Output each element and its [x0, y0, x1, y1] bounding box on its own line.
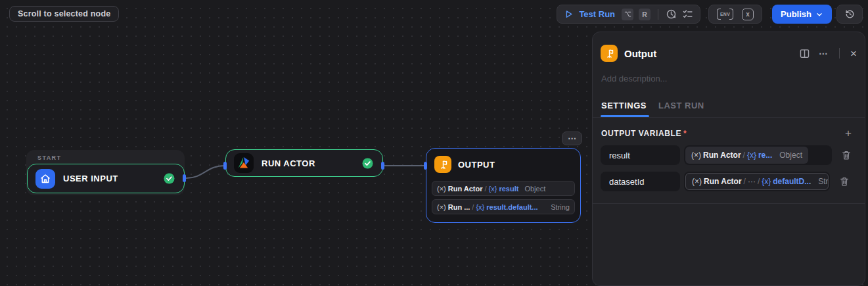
- test-run-group: Test Run R: [557, 5, 700, 24]
- ref-type: Object: [524, 185, 545, 193]
- port-runactor-in[interactable]: [223, 162, 227, 170]
- output-config-panel: Output ⋯ × Add description... SETTINGS L…: [592, 32, 865, 286]
- version-history-button[interactable]: [836, 5, 863, 24]
- top-toolbar: Test Run R ENV x Publish: [557, 5, 863, 24]
- option-key-icon: [622, 9, 633, 20]
- ref-type: Str...: [818, 177, 829, 186]
- variables-icon[interactable]: x: [742, 9, 754, 20]
- divider: [593, 117, 865, 118]
- node-ref-icon: (×): [692, 177, 702, 186]
- play-icon[interactable]: [564, 9, 574, 19]
- ref-variable: re...: [758, 151, 772, 160]
- env-group: ENV x: [708, 5, 762, 24]
- success-check-icon: [362, 158, 373, 169]
- ref-sep: /: [758, 177, 760, 186]
- node-ref-icon: (×): [437, 203, 446, 211]
- panel-tabs: SETTINGS LAST RUN: [601, 101, 704, 110]
- output-ref-dataset[interactable]: (×)Run .../{x}result.default...String: [432, 199, 575, 214]
- chevron-down-icon: [815, 11, 823, 18]
- publish-button[interactable]: Publish: [772, 5, 832, 24]
- clock-play-icon[interactable]: [666, 9, 677, 20]
- ref-source: Run Actor: [448, 185, 483, 193]
- node-user-input[interactable]: USER INPUT: [27, 164, 185, 193]
- reference-chip[interactable]: (×) Run Actor / {x} re... Object: [685, 147, 808, 164]
- env-vars-icon[interactable]: ENV: [717, 9, 733, 20]
- node-run-actor[interactable]: RUN ACTOR: [225, 149, 383, 177]
- port-output-in[interactable]: [424, 162, 427, 170]
- ref-type: String: [551, 203, 570, 211]
- ref-source: Run ...: [448, 203, 470, 211]
- node-more-button[interactable]: ⋯: [562, 131, 582, 145]
- output-variable-section-title: OUTPUT VARIABLE*: [601, 129, 687, 138]
- output-ref-result[interactable]: (×)Run Actor/{x}resultObject: [432, 181, 575, 196]
- node-title: OUTPUT: [458, 160, 495, 170]
- node-output[interactable]: OUTPUT (×)Run Actor/{x}resultObject (×)R…: [426, 148, 581, 223]
- port-runactor-out[interactable]: [381, 162, 384, 170]
- ref-sep: /: [485, 185, 487, 193]
- variable-brace-icon: {x}: [489, 185, 497, 193]
- flag-icon: [434, 156, 451, 173]
- ref-sep: /: [744, 177, 746, 186]
- description-input[interactable]: Add description...: [601, 74, 667, 83]
- close-icon[interactable]: ×: [850, 48, 857, 59]
- variable-row: datasetId (×) Run Actor / ··· / {x} defa…: [601, 172, 850, 191]
- divider: [658, 9, 658, 20]
- home-icon: [35, 169, 55, 189]
- start-group-label: START: [37, 155, 61, 161]
- divider: [593, 203, 865, 204]
- reference-chip[interactable]: (×) Run Actor / ··· / {x} defaultD... St…: [685, 173, 829, 190]
- ref-variable: defaultD...: [773, 177, 811, 186]
- node-title: RUN ACTOR: [262, 158, 315, 168]
- delete-variable-button[interactable]: [839, 176, 850, 187]
- checklist-icon[interactable]: [682, 9, 693, 20]
- more-options-icon[interactable]: ⋯: [819, 49, 829, 58]
- delete-variable-button[interactable]: [841, 150, 852, 160]
- tab-last-run[interactable]: LAST RUN: [658, 101, 704, 110]
- variable-brace-icon: {x}: [747, 151, 756, 160]
- variable-value-field[interactable]: (×) Run Actor / {x} re... Object: [684, 145, 832, 165]
- ref-source: Run Actor: [703, 151, 741, 160]
- required-marker: *: [683, 129, 687, 138]
- node-ref-icon: (×): [691, 151, 701, 160]
- variable-row: result (×) Run Actor / {x} re... Object: [601, 145, 852, 165]
- docs-book-icon[interactable]: [799, 48, 810, 59]
- ref-variable: result.default...: [486, 203, 537, 211]
- edges-layer: [0, 0, 591, 286]
- panel-header: Output ⋯ ×: [601, 45, 857, 62]
- publish-label: Publish: [781, 9, 811, 19]
- success-check-icon: [164, 173, 175, 184]
- test-run-button[interactable]: Test Run: [579, 9, 615, 19]
- ref-source: Run Actor: [704, 177, 742, 186]
- history-icon: [844, 9, 856, 20]
- node-ref-icon: (×): [437, 185, 446, 193]
- port-userinput-out[interactable]: [183, 174, 186, 182]
- variable-value-field[interactable]: (×) Run Actor / ··· / {x} defaultD... St…: [684, 172, 830, 191]
- variable-name-input[interactable]: datasetId: [601, 172, 680, 191]
- variable-name-input[interactable]: result: [601, 145, 680, 165]
- add-variable-button[interactable]: +: [841, 126, 856, 140]
- variable-brace-icon: {x}: [476, 203, 484, 211]
- actor-logo-icon: [234, 153, 254, 173]
- variable-brace-icon: {x}: [762, 177, 771, 186]
- ref-sep: /: [472, 203, 474, 211]
- panel-title: Output: [624, 48, 656, 59]
- ref-sep: /: [743, 151, 745, 160]
- ref-path-ellipsis: ···: [748, 177, 756, 186]
- ref-variable: result: [499, 185, 518, 193]
- flag-icon: [601, 45, 618, 62]
- scroll-to-selected-node-button[interactable]: Scroll to selected node: [9, 6, 119, 22]
- edge-userinput-runactor[interactable]: [186, 166, 225, 178]
- node-title: USER INPUT: [63, 174, 118, 183]
- divider: [839, 48, 840, 59]
- app-frame: Scroll to selected node START USER INPUT: [0, 0, 868, 286]
- tab-settings[interactable]: SETTINGS: [601, 101, 647, 110]
- r-key-label: R: [639, 9, 651, 20]
- ref-type: Object: [779, 151, 802, 160]
